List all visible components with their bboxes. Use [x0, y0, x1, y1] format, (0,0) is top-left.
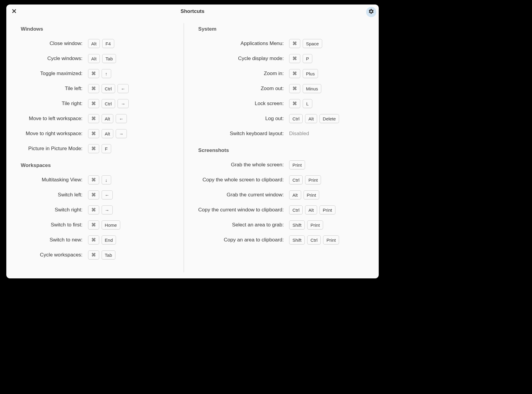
content: WindowsClose window:AltF4Cycle windows:A… [6, 23, 379, 272]
keycap: Ctrl [289, 175, 303, 184]
keycap: Alt [305, 114, 317, 123]
settings-button[interactable] [366, 7, 376, 17]
close-button[interactable] [11, 8, 18, 15]
shortcut-label: Switch to new: [21, 237, 88, 243]
keycap: ← [116, 114, 127, 123]
keycap: Alt [88, 39, 100, 48]
shortcut-keys: ⌘Alt→ [88, 129, 169, 138]
shortcut-label: Switch to first: [21, 222, 88, 228]
keycap: Alt [102, 114, 114, 123]
titlebar: Shortcuts [6, 5, 379, 18]
shortcut-row-toggle-maximized: Toggle maximized:⌘↑ [21, 69, 169, 78]
shortcut-row-close-window: Close window:AltF4 [21, 39, 169, 48]
shortcut-label: Copy the whole screen to clipboard: [198, 177, 289, 183]
shortcut-keys: ⌘Alt← [88, 114, 169, 123]
keycap: → [118, 99, 129, 108]
shortcut-row-move-ws-left: Move to left workspace:⌘Alt← [21, 114, 169, 123]
page-title: Shortcuts [181, 8, 204, 14]
keycap: ⌘ [88, 190, 99, 199]
shortcut-row-multitasking-view: Multitasking View:⌘↓ [21, 175, 169, 185]
shortcut-row-select-area: Select an area to grab:ShiftPrint [198, 220, 364, 230]
shortcut-label: Switch left: [21, 192, 88, 198]
shortcut-label: Multitasking View: [21, 177, 88, 183]
shortcut-keys: ⌘Minus [289, 84, 364, 93]
left-column: WindowsClose window:AltF4Cycle windows:A… [6, 23, 184, 272]
keycap: ↓ [102, 175, 111, 184]
shortcut-row-switch-right: Switch right:⌘→ [21, 205, 169, 215]
keycap: ⌘ [88, 250, 99, 259]
keycap: Ctrl [289, 205, 303, 214]
keycap: Print [305, 175, 321, 184]
shortcut-label: Move to right workspace: [21, 131, 88, 137]
shortcut-row-tile-left: Tile left:⌘Ctrl← [21, 84, 169, 93]
shortcut-label: Tile right: [21, 101, 88, 107]
right-column: SystemApplications Menu:⌘SpaceCycle disp… [184, 23, 379, 272]
section-windows: WindowsClose window:AltF4Cycle windows:A… [21, 26, 169, 153]
shortcut-label: Log out: [198, 116, 289, 122]
keycap: ⌘ [88, 175, 99, 184]
shortcut-row-cycle-display: Cycle display mode:⌘P [198, 54, 364, 63]
shortcut-keys: AltF4 [88, 39, 169, 48]
shortcuts-window: Shortcuts WindowsClose window:AltF4Cycle… [6, 5, 379, 278]
shortcut-label: Grab the whole screen: [198, 162, 289, 168]
keycap: Alt [305, 205, 317, 214]
shortcut-keys: Print [289, 160, 364, 169]
shortcut-label: Cycle display mode: [198, 56, 289, 62]
shortcut-label: Zoom out: [198, 86, 289, 92]
shortcut-label: Move to left workspace: [21, 116, 88, 122]
keycap: ⌘ [88, 144, 99, 153]
shortcut-row-switch-first: Switch to first:⌘Home [21, 220, 169, 230]
shortcut-row-pip-mode: Picture in Picture Mode:⌘F [21, 144, 169, 153]
keycap: ⌘ [289, 69, 300, 78]
shortcut-row-switch-left: Switch left:⌘← [21, 190, 169, 200]
keycap: Space [303, 39, 322, 48]
keycap: ⌘ [88, 129, 99, 138]
shortcut-label: Lock screen: [198, 101, 289, 107]
keycap: Print [304, 190, 320, 199]
shortcut-keys: ⌘↓ [88, 175, 169, 184]
keycap: Shift [289, 220, 305, 229]
shortcut-label: Copy the current window to clipboard: [198, 207, 289, 213]
keycap: Minus [303, 84, 321, 93]
keycap: ↑ [102, 69, 111, 78]
shortcut-row-tile-right: Tile right:⌘Ctrl→ [21, 99, 169, 108]
shortcut-row-zoom-out: Zoom out:⌘Minus [198, 84, 364, 93]
shortcut-keys: ⌘F [88, 144, 169, 153]
shortcut-label: Switch right: [21, 207, 88, 213]
shortcut-keys: AltTab [88, 54, 169, 63]
shortcut-keys: ⌘Ctrl← [88, 84, 169, 93]
keycap: ⌘ [88, 220, 99, 229]
keycap: ⌘ [88, 205, 99, 214]
shortcut-row-copy-window: Copy the current window to clipboard:Ctr… [198, 205, 364, 215]
section-screenshots: ScreenshotsGrab the whole screen:PrintCo… [198, 147, 364, 245]
keycap: Alt [88, 54, 100, 63]
shortcut-label: Grab the current window: [198, 192, 289, 198]
keycap: ⌘ [289, 99, 300, 108]
keycap: Home [102, 220, 120, 229]
section-title-workspaces: Workspaces [21, 162, 169, 168]
keycap: Tab [102, 54, 116, 63]
section-title-windows: Windows [21, 26, 169, 32]
keycap: ⌘ [88, 69, 99, 78]
keycap: Ctrl [102, 99, 115, 108]
shortcut-label: Close window: [21, 41, 88, 47]
keycap: Print [307, 220, 323, 229]
shortcut-keys: ⌘Home [88, 220, 169, 229]
shortcut-row-grab-window: Grab the current window:AltPrint [198, 190, 364, 200]
keycap: ⌘ [88, 84, 99, 93]
section-title-system: System [198, 26, 364, 32]
gear-icon [368, 8, 374, 16]
keycap: ⌘ [289, 84, 300, 93]
shortcut-row-switch-new: Switch to new:⌘End [21, 235, 169, 245]
shortcut-keys: ShiftPrint [289, 220, 364, 229]
shortcut-label: Cycle windows: [21, 56, 88, 62]
shortcut-row-switch-kb-layout: Switch keyboard layout:Disabled [198, 129, 364, 138]
keycap: Delete [320, 114, 339, 123]
shortcut-keys: ⌘P [289, 54, 364, 63]
keycap: ← [118, 84, 129, 93]
shortcut-keys: ⌘Ctrl→ [88, 99, 169, 108]
keycap: Print [323, 235, 339, 244]
shortcut-label: Tile left: [21, 86, 88, 92]
keycap: F4 [102, 39, 114, 48]
keycap: Ctrl [307, 235, 321, 244]
